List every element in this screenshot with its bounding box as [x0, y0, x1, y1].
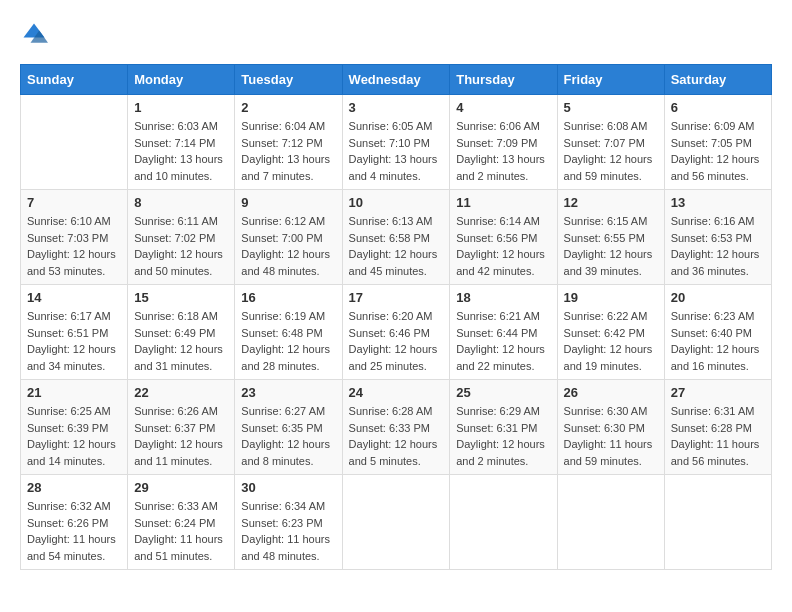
day-cell	[21, 95, 128, 190]
day-number: 17	[349, 290, 444, 305]
day-cell: 12Sunrise: 6:15 AMSunset: 6:55 PMDayligh…	[557, 190, 664, 285]
day-info: Sunrise: 6:25 AMSunset: 6:39 PMDaylight:…	[27, 403, 121, 469]
day-info: Sunrise: 6:06 AMSunset: 7:09 PMDaylight:…	[456, 118, 550, 184]
day-info: Sunrise: 6:17 AMSunset: 6:51 PMDaylight:…	[27, 308, 121, 374]
day-cell: 18Sunrise: 6:21 AMSunset: 6:44 PMDayligh…	[450, 285, 557, 380]
day-cell: 28Sunrise: 6:32 AMSunset: 6:26 PMDayligh…	[21, 475, 128, 570]
header-wednesday: Wednesday	[342, 65, 450, 95]
day-cell: 21Sunrise: 6:25 AMSunset: 6:39 PMDayligh…	[21, 380, 128, 475]
day-info: Sunrise: 6:15 AMSunset: 6:55 PMDaylight:…	[564, 213, 658, 279]
day-info: Sunrise: 6:33 AMSunset: 6:24 PMDaylight:…	[134, 498, 228, 564]
day-number: 19	[564, 290, 658, 305]
day-cell: 8Sunrise: 6:11 AMSunset: 7:02 PMDaylight…	[128, 190, 235, 285]
day-cell: 16Sunrise: 6:19 AMSunset: 6:48 PMDayligh…	[235, 285, 342, 380]
day-number: 1	[134, 100, 228, 115]
day-cell	[450, 475, 557, 570]
day-info: Sunrise: 6:27 AMSunset: 6:35 PMDaylight:…	[241, 403, 335, 469]
day-number: 23	[241, 385, 335, 400]
day-info: Sunrise: 6:05 AMSunset: 7:10 PMDaylight:…	[349, 118, 444, 184]
day-number: 27	[671, 385, 765, 400]
day-info: Sunrise: 6:13 AMSunset: 6:58 PMDaylight:…	[349, 213, 444, 279]
day-cell: 22Sunrise: 6:26 AMSunset: 6:37 PMDayligh…	[128, 380, 235, 475]
day-info: Sunrise: 6:20 AMSunset: 6:46 PMDaylight:…	[349, 308, 444, 374]
week-row-0: 1Sunrise: 6:03 AMSunset: 7:14 PMDaylight…	[21, 95, 772, 190]
day-number: 28	[27, 480, 121, 495]
day-info: Sunrise: 6:32 AMSunset: 6:26 PMDaylight:…	[27, 498, 121, 564]
day-number: 21	[27, 385, 121, 400]
day-cell: 10Sunrise: 6:13 AMSunset: 6:58 PMDayligh…	[342, 190, 450, 285]
day-number: 14	[27, 290, 121, 305]
day-number: 7	[27, 195, 121, 210]
day-info: Sunrise: 6:26 AMSunset: 6:37 PMDaylight:…	[134, 403, 228, 469]
week-row-2: 14Sunrise: 6:17 AMSunset: 6:51 PMDayligh…	[21, 285, 772, 380]
day-cell: 15Sunrise: 6:18 AMSunset: 6:49 PMDayligh…	[128, 285, 235, 380]
day-cell: 27Sunrise: 6:31 AMSunset: 6:28 PMDayligh…	[664, 380, 771, 475]
day-info: Sunrise: 6:03 AMSunset: 7:14 PMDaylight:…	[134, 118, 228, 184]
day-number: 3	[349, 100, 444, 115]
day-info: Sunrise: 6:29 AMSunset: 6:31 PMDaylight:…	[456, 403, 550, 469]
day-info: Sunrise: 6:28 AMSunset: 6:33 PMDaylight:…	[349, 403, 444, 469]
day-number: 9	[241, 195, 335, 210]
day-info: Sunrise: 6:34 AMSunset: 6:23 PMDaylight:…	[241, 498, 335, 564]
day-number: 4	[456, 100, 550, 115]
day-cell: 9Sunrise: 6:12 AMSunset: 7:00 PMDaylight…	[235, 190, 342, 285]
day-cell: 6Sunrise: 6:09 AMSunset: 7:05 PMDaylight…	[664, 95, 771, 190]
day-number: 6	[671, 100, 765, 115]
day-cell: 23Sunrise: 6:27 AMSunset: 6:35 PMDayligh…	[235, 380, 342, 475]
day-number: 22	[134, 385, 228, 400]
page-header	[20, 20, 772, 48]
day-number: 18	[456, 290, 550, 305]
day-number: 10	[349, 195, 444, 210]
day-cell: 3Sunrise: 6:05 AMSunset: 7:10 PMDaylight…	[342, 95, 450, 190]
day-cell: 24Sunrise: 6:28 AMSunset: 6:33 PMDayligh…	[342, 380, 450, 475]
day-info: Sunrise: 6:19 AMSunset: 6:48 PMDaylight:…	[241, 308, 335, 374]
day-cell: 5Sunrise: 6:08 AMSunset: 7:07 PMDaylight…	[557, 95, 664, 190]
day-cell: 13Sunrise: 6:16 AMSunset: 6:53 PMDayligh…	[664, 190, 771, 285]
day-cell: 25Sunrise: 6:29 AMSunset: 6:31 PMDayligh…	[450, 380, 557, 475]
day-info: Sunrise: 6:11 AMSunset: 7:02 PMDaylight:…	[134, 213, 228, 279]
day-cell	[342, 475, 450, 570]
day-number: 29	[134, 480, 228, 495]
logo	[20, 20, 52, 48]
day-number: 16	[241, 290, 335, 305]
header-sunday: Sunday	[21, 65, 128, 95]
day-info: Sunrise: 6:14 AMSunset: 6:56 PMDaylight:…	[456, 213, 550, 279]
day-number: 25	[456, 385, 550, 400]
header-thursday: Thursday	[450, 65, 557, 95]
day-info: Sunrise: 6:04 AMSunset: 7:12 PMDaylight:…	[241, 118, 335, 184]
day-number: 20	[671, 290, 765, 305]
day-number: 11	[456, 195, 550, 210]
header-saturday: Saturday	[664, 65, 771, 95]
day-cell: 30Sunrise: 6:34 AMSunset: 6:23 PMDayligh…	[235, 475, 342, 570]
day-number: 26	[564, 385, 658, 400]
day-cell: 17Sunrise: 6:20 AMSunset: 6:46 PMDayligh…	[342, 285, 450, 380]
day-cell	[557, 475, 664, 570]
day-number: 13	[671, 195, 765, 210]
week-row-4: 28Sunrise: 6:32 AMSunset: 6:26 PMDayligh…	[21, 475, 772, 570]
day-info: Sunrise: 6:16 AMSunset: 6:53 PMDaylight:…	[671, 213, 765, 279]
calendar-table: SundayMondayTuesdayWednesdayThursdayFrid…	[20, 64, 772, 570]
day-number: 2	[241, 100, 335, 115]
header-monday: Monday	[128, 65, 235, 95]
day-cell: 29Sunrise: 6:33 AMSunset: 6:24 PMDayligh…	[128, 475, 235, 570]
logo-icon	[20, 20, 48, 48]
day-info: Sunrise: 6:12 AMSunset: 7:00 PMDaylight:…	[241, 213, 335, 279]
day-cell: 1Sunrise: 6:03 AMSunset: 7:14 PMDaylight…	[128, 95, 235, 190]
day-cell: 4Sunrise: 6:06 AMSunset: 7:09 PMDaylight…	[450, 95, 557, 190]
day-cell: 2Sunrise: 6:04 AMSunset: 7:12 PMDaylight…	[235, 95, 342, 190]
day-info: Sunrise: 6:30 AMSunset: 6:30 PMDaylight:…	[564, 403, 658, 469]
day-info: Sunrise: 6:09 AMSunset: 7:05 PMDaylight:…	[671, 118, 765, 184]
day-number: 30	[241, 480, 335, 495]
week-row-1: 7Sunrise: 6:10 AMSunset: 7:03 PMDaylight…	[21, 190, 772, 285]
day-info: Sunrise: 6:21 AMSunset: 6:44 PMDaylight:…	[456, 308, 550, 374]
day-number: 8	[134, 195, 228, 210]
day-number: 24	[349, 385, 444, 400]
day-info: Sunrise: 6:08 AMSunset: 7:07 PMDaylight:…	[564, 118, 658, 184]
header-row: SundayMondayTuesdayWednesdayThursdayFrid…	[21, 65, 772, 95]
day-cell	[664, 475, 771, 570]
day-cell: 20Sunrise: 6:23 AMSunset: 6:40 PMDayligh…	[664, 285, 771, 380]
day-cell: 11Sunrise: 6:14 AMSunset: 6:56 PMDayligh…	[450, 190, 557, 285]
header-tuesday: Tuesday	[235, 65, 342, 95]
day-number: 15	[134, 290, 228, 305]
day-cell: 19Sunrise: 6:22 AMSunset: 6:42 PMDayligh…	[557, 285, 664, 380]
